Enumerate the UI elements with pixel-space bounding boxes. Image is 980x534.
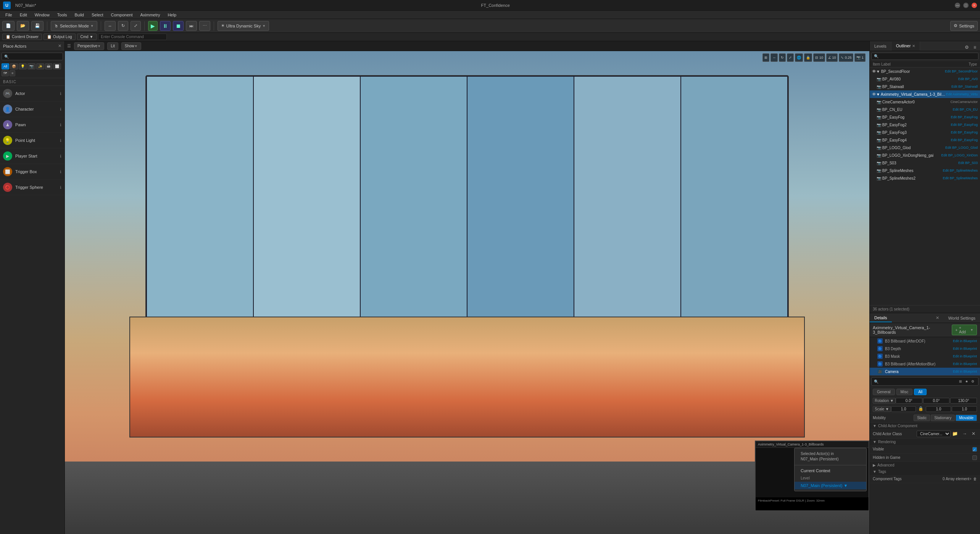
component-depth[interactable]: 🔵 B3 Depth Edit in Blueprint bbox=[870, 345, 980, 352]
visible-checkbox[interactable]: ✓ bbox=[972, 447, 977, 452]
outliner-item-cneu[interactable]: 📷 BP_CN_EU Edit BP_CN_EU bbox=[870, 106, 980, 113]
filter-more[interactable]: ≡ bbox=[10, 70, 15, 76]
menu-edit[interactable]: Edit bbox=[16, 12, 31, 18]
outliner-item-secondfloor[interactable]: 👁 ▼ BP_SecondFloor Edit BP_SecondFloor bbox=[870, 68, 980, 75]
outliner-item-easyfog2[interactable]: 📷 BP_EasyFog2 Edit BP_EasyFog bbox=[870, 121, 980, 129]
save-button[interactable]: 💾 bbox=[31, 21, 44, 31]
prop-filter-all[interactable]: All bbox=[914, 389, 927, 395]
hidden-in-game-checkbox[interactable] bbox=[972, 455, 977, 460]
lit-btn[interactable]: Lit bbox=[107, 42, 118, 50]
translate-button[interactable]: ↔ bbox=[105, 21, 116, 31]
outliner-item-cinecamera[interactable]: 📷 CineCameraActor0 CineCameraActor bbox=[870, 98, 980, 106]
scale-x[interactable]: 1.0 bbox=[891, 406, 916, 412]
actor-item-character[interactable]: 👤 Character ℹ bbox=[0, 101, 64, 117]
minimize-button[interactable]: — bbox=[955, 3, 960, 8]
prop-star-btn[interactable]: ★ bbox=[964, 379, 970, 384]
vt-select-btn[interactable]: ⊞ bbox=[762, 53, 769, 62]
outliner-item-easyfog4[interactable]: 📷 BP_EasyFog4 Edit BP_EasyFog bbox=[870, 136, 980, 144]
search-classes-input[interactable] bbox=[10, 54, 60, 59]
actor-info-point-light[interactable]: ℹ bbox=[60, 138, 61, 143]
perspective-btn[interactable]: Perspective ▼ bbox=[74, 42, 104, 50]
actor-info-actor[interactable]: ℹ bbox=[60, 92, 61, 96]
scale-y[interactable]: 1.0 bbox=[926, 406, 951, 412]
new-button[interactable]: 📄 bbox=[2, 21, 15, 31]
vt-rotate-btn[interactable]: ↻ bbox=[779, 53, 786, 62]
cmd-dropdown[interactable]: Cmd ▼ bbox=[77, 34, 97, 40]
details-tab[interactable]: Details bbox=[870, 314, 892, 322]
output-log-btn[interactable]: 📋 Output Log bbox=[44, 34, 75, 40]
outliner-item-av080[interactable]: 📷 BP_AV080 Edit BP_AV0 bbox=[870, 75, 980, 83]
vt-scale-snap-btn[interactable]: ⤡ 0.25 bbox=[839, 53, 853, 62]
component-mask[interactable]: 🔵 B3 Mask Edit in Blueprint bbox=[870, 352, 980, 360]
actor-item-player-start[interactable]: ▶ Player Start ℹ bbox=[0, 148, 64, 164]
filter-cameras[interactable]: 📷 bbox=[27, 63, 35, 69]
place-actors-close[interactable]: ✕ bbox=[58, 43, 61, 48]
outliner-item-aximmetry-cam[interactable]: 👁 ▼ Aximmetry_Virtual_Camera_1-3_Billboa… bbox=[870, 90, 980, 98]
actor-item-point-light[interactable]: 💡 Point Light ℹ bbox=[0, 133, 64, 148]
actor-info-character[interactable]: ℹ bbox=[60, 107, 61, 111]
console-input[interactable] bbox=[98, 34, 167, 40]
component-edit-depth[interactable]: Edit in Blueprint bbox=[953, 347, 977, 351]
menu-aximmetry[interactable]: Aximmetry bbox=[136, 12, 164, 18]
section-rendering[interactable]: ▼ Rendering bbox=[870, 439, 980, 445]
viewport-menu-btn[interactable]: ☰ bbox=[67, 43, 71, 48]
outliner-item-splinemeshes2[interactable]: 📷 BP_SplineMeshes2 Edit BP_SplineMeshes bbox=[870, 174, 980, 182]
section-advanced[interactable]: ▶ Advanced bbox=[870, 462, 980, 468]
actor-item-actor[interactable]: 🎮 Actor ℹ bbox=[0, 86, 64, 101]
component-tags-add-btn[interactable]: + bbox=[969, 477, 972, 481]
filter-all[interactable]: All bbox=[2, 63, 9, 69]
scale-z[interactable]: 1.0 bbox=[952, 406, 977, 412]
component-tags-clear-btn[interactable]: 🗑 bbox=[973, 477, 977, 481]
outliner-search-input[interactable] bbox=[880, 54, 976, 58]
vt-grid-btn[interactable]: ⊟ 10 bbox=[813, 53, 825, 62]
menu-tools[interactable]: Tools bbox=[53, 12, 71, 18]
rotation-z[interactable]: 130.0° bbox=[950, 398, 977, 404]
component-edit-camera[interactable]: Edit in Blueprint bbox=[953, 370, 977, 373]
outliner-item-logo-xin[interactable]: 📷 BP_LOGO_XinDongNeng_gai Edit BP_LOGO_X… bbox=[870, 151, 980, 159]
mobility-stationary[interactable]: Stationary bbox=[931, 415, 955, 421]
context-current-context[interactable]: Current Context bbox=[795, 467, 866, 474]
filter-lights[interactable]: 💡 bbox=[19, 63, 27, 69]
outliner-item-logo-glod[interactable]: 📷 BP_LOGO_Glod Edit BP_LOGO_Glod bbox=[870, 144, 980, 151]
mobility-static[interactable]: Static bbox=[914, 415, 930, 421]
actor-info-trigger-sphere[interactable]: ℹ bbox=[60, 185, 61, 190]
pause-button[interactable]: ⏸ bbox=[160, 21, 171, 31]
launch-options-button[interactable]: ⋯ bbox=[199, 21, 210, 31]
menu-help[interactable]: Help bbox=[164, 12, 180, 18]
outliner-item-splinemeshes[interactable]: 📷 BP_SplineMeshes Edit BP_SplineMeshes bbox=[870, 167, 980, 174]
prop-settings-btn[interactable]: ⚙ bbox=[970, 379, 976, 384]
actor-item-trigger-sphere[interactable]: ⭕ Trigger Sphere ℹ bbox=[0, 180, 64, 195]
content-drawer-btn[interactable]: 📋 Content Drawer bbox=[2, 34, 42, 40]
actor-item-pawn[interactable]: ♟ Pawn ℹ bbox=[0, 117, 64, 133]
close-button[interactable]: ✕ bbox=[972, 3, 977, 8]
maximize-button[interactable]: □ bbox=[963, 3, 969, 8]
play-button[interactable]: ▶ bbox=[148, 21, 158, 31]
selection-mode-button[interactable]: 🖱 Selection Mode ▼ bbox=[51, 21, 97, 31]
open-button[interactable]: 📂 bbox=[17, 21, 29, 31]
menu-build[interactable]: Build bbox=[71, 12, 88, 18]
actor-info-pawn[interactable]: ℹ bbox=[60, 123, 61, 127]
child-actor-browse-btn[interactable]: 📁 bbox=[951, 430, 959, 437]
vt-world-btn[interactable]: 🌐 bbox=[795, 53, 803, 62]
scene-viewport[interactable]: ⊞ ↔ ↻ ⤢ 🌐 🔒 ⊟ 10 ∠ 10 ⤡ 0.25 📷 1 Aximmet… bbox=[65, 51, 869, 534]
menu-window[interactable]: Window bbox=[31, 12, 53, 18]
vt-snap-btn[interactable]: 🔒 bbox=[804, 53, 812, 62]
properties-search-input[interactable] bbox=[880, 380, 957, 384]
tab-levels[interactable]: Levels bbox=[870, 42, 891, 51]
details-close-btn[interactable]: ✕ bbox=[933, 314, 942, 322]
rotation-x[interactable]: 0.0° bbox=[896, 398, 922, 404]
component-camera[interactable]: 🎥 Camera Edit in Blueprint bbox=[870, 368, 980, 375]
menu-component[interactable]: Component bbox=[107, 12, 137, 18]
scale-button[interactable]: ⤢ bbox=[131, 21, 141, 31]
actor-info-player-start[interactable]: ℹ bbox=[60, 154, 61, 158]
child-actor-arrow-btn[interactable]: → bbox=[961, 430, 969, 437]
outliner-item-stairwall[interactable]: 📷 BP_Stairwall Edit BP_Stairwall bbox=[870, 83, 980, 90]
stop-button[interactable]: ⏹ bbox=[173, 21, 184, 31]
actor-info-trigger-box[interactable]: ℹ bbox=[60, 170, 61, 174]
vt-translate-btn[interactable]: ↔ bbox=[770, 53, 778, 62]
outliner-item-easyfog[interactable]: 📷 BP_EasyFog Edit BP_EasyFog bbox=[870, 113, 980, 121]
context-n07-main[interactable]: N07_Main (Persistent) ▼ bbox=[795, 482, 866, 489]
rotation-y[interactable]: 0.0° bbox=[923, 398, 950, 404]
vt-scale-btn[interactable]: ⤢ bbox=[787, 53, 794, 62]
filter-volumes[interactable]: ⬜ bbox=[53, 63, 61, 69]
